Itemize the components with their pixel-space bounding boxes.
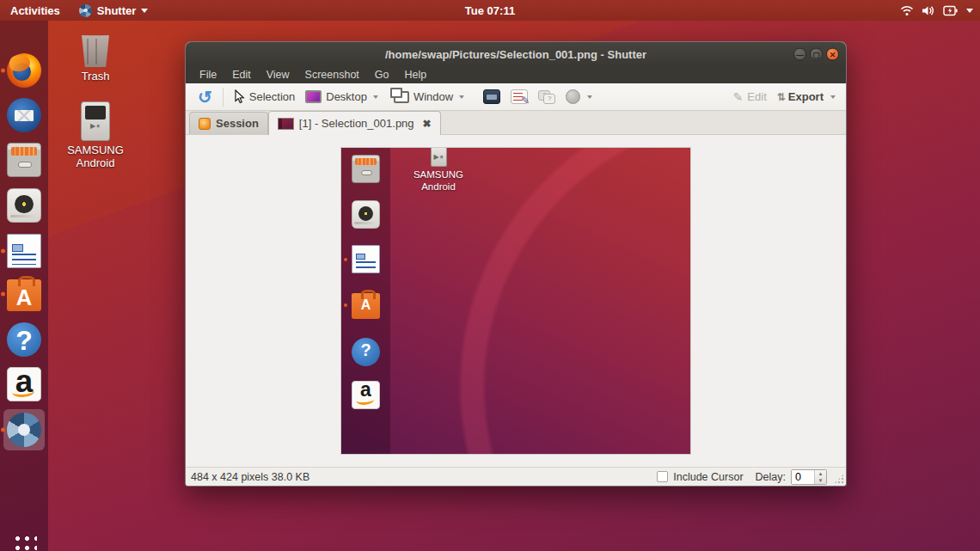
dock-item-shutter[interactable] bbox=[3, 409, 45, 450]
status-bar: 484 x 424 pixels 38.0 KB Include Cursor … bbox=[186, 467, 846, 486]
thunderbird-icon bbox=[7, 98, 41, 132]
delay-spinner[interactable]: ▲ ▼ bbox=[791, 469, 827, 485]
toolbar-separator bbox=[223, 88, 224, 107]
desktop-icon-samsung-android[interactable]: ▶⏸ SAMSUNG Android bbox=[64, 101, 127, 170]
running-indicator bbox=[1, 292, 5, 297]
export-label: Export bbox=[788, 90, 824, 103]
tab-bar: Session [1] - Selection_001.png ✖ bbox=[186, 111, 846, 135]
tooltip-capture-icon bbox=[538, 89, 555, 104]
window-capture-button[interactable]: Window bbox=[389, 88, 469, 106]
window-titlebar[interactable]: /home/swap/Pictures/Selection_001.png - … bbox=[186, 42, 846, 66]
edit-button[interactable]: ✎ Edit bbox=[728, 88, 772, 107]
chevron-down-icon[interactable] bbox=[587, 95, 592, 99]
system-tray[interactable] bbox=[900, 0, 973, 21]
edit-label: Edit bbox=[747, 90, 766, 103]
preview-writer-icon bbox=[352, 245, 380, 273]
include-cursor-checkbox[interactable] bbox=[657, 471, 668, 482]
tooltip-capture-button[interactable] bbox=[533, 87, 560, 107]
wifi-icon bbox=[900, 5, 914, 16]
window-icon bbox=[394, 91, 409, 103]
delay-label: Delay: bbox=[756, 471, 786, 483]
close-button[interactable]: ✕ bbox=[826, 48, 839, 61]
dock-item-libreoffice-writer[interactable] bbox=[7, 234, 41, 268]
web-capture-button[interactable] bbox=[560, 87, 585, 107]
menu-edit[interactable]: Edit bbox=[225, 69, 258, 81]
preview-pane: ▶⏸ SAMSUNG Android bbox=[186, 135, 846, 467]
spinner-down-icon[interactable]: ▼ bbox=[815, 477, 826, 484]
export-arrows-icon: ⇅ bbox=[777, 91, 784, 103]
ubuntu-software-icon bbox=[7, 279, 41, 311]
desktop-icon-label: SAMSUNG Android bbox=[65, 144, 126, 170]
preview-media-device-icon: ▶⏸ bbox=[431, 148, 447, 167]
menu-file[interactable]: File bbox=[193, 69, 224, 81]
redo-last-capture-button[interactable]: ↻ bbox=[193, 86, 217, 108]
amazon-icon bbox=[7, 367, 41, 401]
firefox-icon bbox=[7, 53, 41, 88]
media-device-icon: ▶⏸ bbox=[81, 101, 110, 141]
running-indicator bbox=[1, 69, 5, 73]
file-manager-icon bbox=[7, 143, 41, 177]
selection-capture-button[interactable]: Selection bbox=[229, 87, 300, 107]
dock-item-amazon[interactable] bbox=[7, 367, 41, 401]
preview-dock-strip bbox=[341, 148, 390, 454]
export-button[interactable]: ⇅ Export bbox=[772, 88, 829, 106]
screenshot-thumbnail-icon bbox=[278, 118, 294, 130]
desktop-label: Desktop bbox=[326, 90, 367, 103]
menu-help[interactable]: Help bbox=[398, 69, 434, 81]
dock-item-files[interactable] bbox=[7, 143, 41, 177]
cursor-icon bbox=[234, 89, 245, 104]
tooltip-notes-capture-button[interactable] bbox=[505, 87, 533, 107]
pencil-icon: ✎ bbox=[733, 90, 744, 104]
show-applications-button[interactable] bbox=[11, 532, 37, 551]
dock-item-rhythmbox[interactable] bbox=[7, 188, 41, 223]
running-indicator bbox=[1, 428, 5, 432]
toolbar: ↻ Selection Desktop Window bbox=[186, 83, 846, 111]
desktop-icon-label: Trash bbox=[64, 70, 127, 83]
desktop-icon bbox=[305, 90, 322, 103]
clock[interactable]: Tue 07:11 bbox=[465, 4, 515, 17]
delay-input[interactable] bbox=[792, 470, 814, 484]
image-size-info: 484 x 424 pixels 38.0 KB bbox=[191, 471, 657, 483]
session-icon bbox=[199, 118, 211, 130]
window-title: /home/swap/Pictures/Selection_001.png - … bbox=[385, 48, 646, 61]
activities-button[interactable]: Activities bbox=[0, 0, 70, 21]
menu-go[interactable]: Go bbox=[368, 69, 396, 81]
desktop-capture-button[interactable]: Desktop bbox=[300, 88, 383, 106]
shutter-window: /home/swap/Pictures/Selection_001.png - … bbox=[185, 41, 847, 487]
screenshot-preview-image[interactable]: ▶⏸ SAMSUNG Android bbox=[341, 148, 690, 454]
dock-item-help[interactable] bbox=[7, 322, 41, 357]
tab-session[interactable]: Session bbox=[189, 112, 268, 134]
menu-capture-icon bbox=[483, 89, 500, 104]
trash-icon bbox=[79, 31, 112, 67]
dock-item-ubuntu-software[interactable] bbox=[7, 277, 41, 311]
app-menu-button[interactable]: Shutter bbox=[70, 4, 157, 17]
battery-icon bbox=[943, 5, 959, 16]
menu-view[interactable]: View bbox=[260, 69, 297, 81]
help-icon bbox=[7, 322, 41, 357]
libreoffice-writer-icon bbox=[7, 234, 41, 268]
spinner-up-icon[interactable]: ▲ bbox=[815, 470, 826, 477]
menu-capture-button[interactable] bbox=[478, 87, 505, 107]
menu-screenshot[interactable]: Screenshot bbox=[298, 69, 366, 81]
tab-close-icon[interactable]: ✖ bbox=[423, 118, 432, 130]
preview-help-icon bbox=[352, 338, 380, 366]
dock-item-firefox[interactable] bbox=[7, 53, 41, 88]
shutter-icon bbox=[7, 413, 41, 447]
chevron-down-icon bbox=[141, 9, 148, 13]
web-capture-icon bbox=[566, 89, 580, 104]
tab-label: Session bbox=[216, 117, 259, 130]
include-cursor-label: Include Cursor bbox=[673, 471, 743, 483]
dock-item-thunderbird[interactable] bbox=[7, 98, 41, 132]
desktop-icon-trash[interactable]: Trash bbox=[64, 31, 127, 83]
tab-selection-001[interactable]: [1] - Selection_001.png ✖ bbox=[268, 111, 441, 135]
chevron-down-icon[interactable] bbox=[830, 95, 836, 99]
chevron-down-icon bbox=[373, 95, 378, 99]
running-indicator bbox=[1, 249, 5, 254]
preview-device-label: SAMSUNG Android bbox=[403, 168, 474, 193]
maximize-button[interactable]: ▢ bbox=[810, 48, 823, 61]
app-menu-label: Shutter bbox=[97, 4, 137, 17]
notes-capture-icon bbox=[511, 89, 528, 104]
chevron-down-icon bbox=[459, 95, 464, 99]
minimize-button[interactable]: — bbox=[793, 48, 806, 61]
preview-amazon-icon bbox=[352, 381, 380, 409]
